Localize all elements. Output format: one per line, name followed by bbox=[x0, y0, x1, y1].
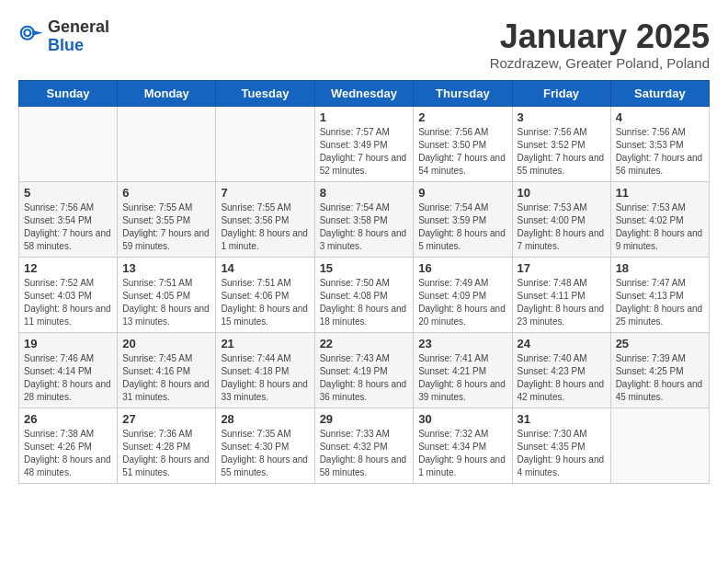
calendar-day-22: 22Sunrise: 7:43 AM Sunset: 4:19 PM Dayli… bbox=[314, 332, 414, 408]
day-content: Sunrise: 7:30 AM Sunset: 4:35 PM Dayligh… bbox=[518, 428, 606, 479]
weekday-header-monday: Monday bbox=[118, 80, 216, 106]
day-number: 2 bbox=[418, 110, 506, 124]
day-content: Sunrise: 7:44 AM Sunset: 4:18 PM Dayligh… bbox=[221, 352, 309, 404]
day-content: Sunrise: 7:56 AM Sunset: 3:54 PM Dayligh… bbox=[24, 201, 112, 253]
day-content: Sunrise: 7:36 AM Sunset: 4:28 PM Dayligh… bbox=[122, 428, 210, 479]
calendar-week-row: 19Sunrise: 7:46 AM Sunset: 4:14 PM Dayli… bbox=[19, 332, 710, 408]
day-content: Sunrise: 7:32 AM Sunset: 4:34 PM Dayligh… bbox=[418, 428, 506, 479]
calendar-day-15: 15Sunrise: 7:50 AM Sunset: 4:08 PM Dayli… bbox=[314, 257, 414, 332]
day-number: 21 bbox=[221, 337, 309, 350]
logo-general-text: General bbox=[48, 18, 109, 37]
day-number: 15 bbox=[320, 261, 409, 275]
day-number: 5 bbox=[24, 186, 112, 200]
calendar-empty-cell bbox=[118, 106, 216, 181]
day-content: Sunrise: 7:55 AM Sunset: 3:55 PM Dayligh… bbox=[122, 201, 210, 253]
day-content: Sunrise: 7:57 AM Sunset: 3:49 PM Dayligh… bbox=[320, 126, 409, 178]
day-number: 14 bbox=[221, 261, 309, 275]
calendar-day-8: 8Sunrise: 7:54 AM Sunset: 3:58 PM Daylig… bbox=[314, 181, 414, 257]
calendar-day-3: 3Sunrise: 7:56 AM Sunset: 3:52 PM Daylig… bbox=[512, 106, 610, 181]
day-number: 16 bbox=[418, 261, 506, 275]
day-content: Sunrise: 7:56 AM Sunset: 3:50 PM Dayligh… bbox=[418, 126, 506, 178]
calendar-day-30: 30Sunrise: 7:32 AM Sunset: 4:34 PM Dayli… bbox=[414, 408, 512, 483]
calendar-day-23: 23Sunrise: 7:41 AM Sunset: 4:21 PM Dayli… bbox=[414, 332, 512, 408]
day-content: Sunrise: 7:51 AM Sunset: 4:05 PM Dayligh… bbox=[122, 277, 210, 328]
day-content: Sunrise: 7:33 AM Sunset: 4:32 PM Dayligh… bbox=[320, 428, 409, 479]
day-number: 10 bbox=[518, 186, 606, 200]
day-number: 25 bbox=[616, 337, 704, 350]
day-number: 29 bbox=[320, 412, 409, 426]
calendar-day-2: 2Sunrise: 7:56 AM Sunset: 3:50 PM Daylig… bbox=[414, 106, 512, 181]
calendar-week-row: 12Sunrise: 7:52 AM Sunset: 4:03 PM Dayli… bbox=[19, 257, 710, 332]
calendar-week-row: 1Sunrise: 7:57 AM Sunset: 3:49 PM Daylig… bbox=[19, 106, 710, 181]
day-number: 8 bbox=[320, 186, 409, 200]
calendar-day-20: 20Sunrise: 7:45 AM Sunset: 4:16 PM Dayli… bbox=[118, 332, 216, 408]
calendar-day-6: 6Sunrise: 7:55 AM Sunset: 3:55 PM Daylig… bbox=[118, 181, 216, 257]
day-number: 22 bbox=[320, 337, 409, 350]
day-number: 28 bbox=[221, 412, 309, 426]
calendar-day-24: 24Sunrise: 7:40 AM Sunset: 4:23 PM Dayli… bbox=[512, 332, 610, 408]
svg-point-0 bbox=[21, 27, 34, 40]
day-content: Sunrise: 7:54 AM Sunset: 3:59 PM Dayligh… bbox=[418, 201, 506, 253]
calendar-empty-cell bbox=[216, 106, 314, 181]
calendar-empty-cell bbox=[610, 408, 709, 483]
calendar-day-4: 4Sunrise: 7:56 AM Sunset: 3:53 PM Daylig… bbox=[610, 106, 709, 181]
calendar-week-row: 26Sunrise: 7:38 AM Sunset: 4:26 PM Dayli… bbox=[19, 408, 710, 483]
logo: General Blue bbox=[18, 18, 109, 55]
logo-blue-text: Blue bbox=[48, 37, 109, 55]
day-number: 11 bbox=[616, 186, 704, 200]
calendar-day-28: 28Sunrise: 7:35 AM Sunset: 4:30 PM Dayli… bbox=[216, 408, 314, 483]
day-number: 1 bbox=[320, 110, 409, 124]
calendar-day-31: 31Sunrise: 7:30 AM Sunset: 4:35 PM Dayli… bbox=[512, 408, 610, 483]
day-number: 9 bbox=[418, 186, 506, 200]
page-header: General Blue January 2025 Rozdrazew, Gre… bbox=[18, 18, 710, 71]
day-content: Sunrise: 7:50 AM Sunset: 4:08 PM Dayligh… bbox=[320, 277, 409, 328]
day-number: 12 bbox=[24, 261, 112, 275]
calendar-day-29: 29Sunrise: 7:33 AM Sunset: 4:32 PM Dayli… bbox=[314, 408, 414, 483]
calendar-day-21: 21Sunrise: 7:44 AM Sunset: 4:18 PM Dayli… bbox=[216, 332, 314, 408]
day-content: Sunrise: 7:48 AM Sunset: 4:11 PM Dayligh… bbox=[518, 277, 606, 328]
day-content: Sunrise: 7:45 AM Sunset: 4:16 PM Dayligh… bbox=[122, 352, 210, 404]
calendar-day-16: 16Sunrise: 7:49 AM Sunset: 4:09 PM Dayli… bbox=[414, 257, 512, 332]
weekday-header-sunday: Sunday bbox=[19, 80, 118, 106]
day-content: Sunrise: 7:49 AM Sunset: 4:09 PM Dayligh… bbox=[418, 277, 506, 328]
day-number: 20 bbox=[122, 337, 210, 350]
day-content: Sunrise: 7:54 AM Sunset: 3:58 PM Dayligh… bbox=[320, 201, 409, 253]
calendar-day-27: 27Sunrise: 7:36 AM Sunset: 4:28 PM Dayli… bbox=[118, 408, 216, 483]
calendar-day-17: 17Sunrise: 7:48 AM Sunset: 4:11 PM Dayli… bbox=[512, 257, 610, 332]
day-number: 13 bbox=[122, 261, 210, 275]
day-content: Sunrise: 7:46 AM Sunset: 4:14 PM Dayligh… bbox=[24, 352, 112, 404]
day-number: 3 bbox=[518, 110, 606, 124]
calendar-day-14: 14Sunrise: 7:51 AM Sunset: 4:06 PM Dayli… bbox=[216, 257, 314, 332]
day-number: 23 bbox=[418, 337, 506, 350]
day-content: Sunrise: 7:56 AM Sunset: 3:52 PM Dayligh… bbox=[518, 126, 606, 178]
day-number: 24 bbox=[518, 337, 606, 350]
day-number: 17 bbox=[518, 261, 606, 275]
calendar-day-10: 10Sunrise: 7:53 AM Sunset: 4:00 PM Dayli… bbox=[512, 181, 610, 257]
day-content: Sunrise: 7:39 AM Sunset: 4:25 PM Dayligh… bbox=[616, 352, 704, 404]
calendar-day-19: 19Sunrise: 7:46 AM Sunset: 4:14 PM Dayli… bbox=[19, 332, 118, 408]
calendar-day-5: 5Sunrise: 7:56 AM Sunset: 3:54 PM Daylig… bbox=[19, 181, 118, 257]
day-content: Sunrise: 7:43 AM Sunset: 4:19 PM Dayligh… bbox=[320, 352, 409, 404]
weekday-header-thursday: Thursday bbox=[414, 80, 512, 106]
weekday-header-row: SundayMondayTuesdayWednesdayThursdayFrid… bbox=[19, 80, 710, 106]
calendar-week-row: 5Sunrise: 7:56 AM Sunset: 3:54 PM Daylig… bbox=[19, 181, 710, 257]
day-content: Sunrise: 7:53 AM Sunset: 4:00 PM Dayligh… bbox=[518, 201, 606, 253]
day-content: Sunrise: 7:56 AM Sunset: 3:53 PM Dayligh… bbox=[616, 126, 704, 178]
calendar-table: SundayMondayTuesdayWednesdayThursdayFrid… bbox=[18, 80, 710, 484]
day-number: 6 bbox=[122, 186, 210, 200]
calendar-day-1: 1Sunrise: 7:57 AM Sunset: 3:49 PM Daylig… bbox=[314, 106, 414, 181]
title-area: January 2025 Rozdrazew, Greater Poland, … bbox=[490, 18, 710, 71]
day-number: 18 bbox=[616, 261, 704, 275]
day-content: Sunrise: 7:55 AM Sunset: 3:56 PM Dayligh… bbox=[221, 201, 309, 253]
day-content: Sunrise: 7:38 AM Sunset: 4:26 PM Dayligh… bbox=[24, 428, 112, 479]
day-content: Sunrise: 7:51 AM Sunset: 4:06 PM Dayligh… bbox=[221, 277, 309, 328]
day-number: 30 bbox=[418, 412, 506, 426]
day-content: Sunrise: 7:40 AM Sunset: 4:23 PM Dayligh… bbox=[518, 352, 606, 404]
calendar-day-9: 9Sunrise: 7:54 AM Sunset: 3:59 PM Daylig… bbox=[414, 181, 512, 257]
weekday-header-friday: Friday bbox=[512, 80, 610, 106]
month-title: January 2025 bbox=[490, 18, 710, 55]
svg-point-1 bbox=[24, 29, 30, 36]
calendar-day-12: 12Sunrise: 7:52 AM Sunset: 4:03 PM Dayli… bbox=[19, 257, 118, 332]
day-content: Sunrise: 7:41 AM Sunset: 4:21 PM Dayligh… bbox=[418, 352, 506, 404]
day-number: 26 bbox=[24, 412, 112, 426]
